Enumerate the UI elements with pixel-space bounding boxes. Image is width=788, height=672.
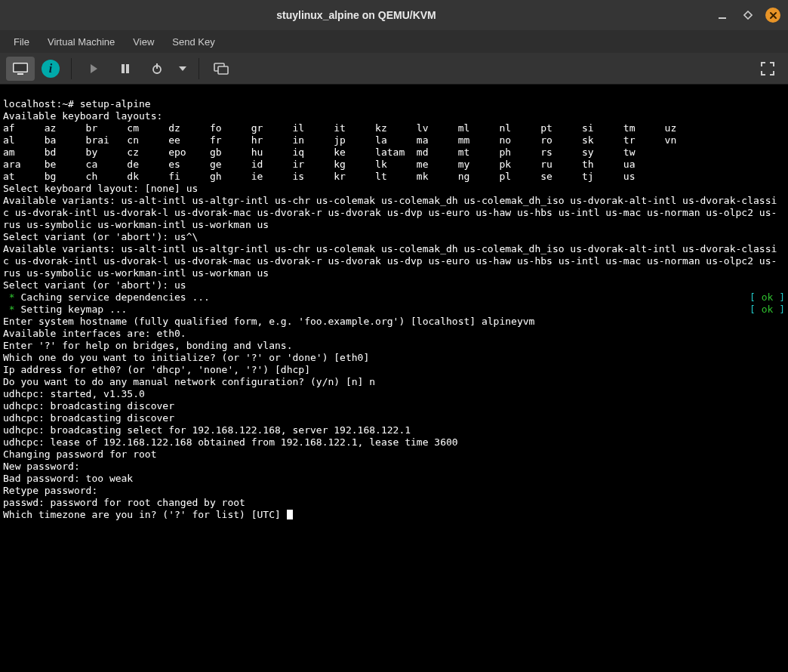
titlebar: stuylinux_alpine on QEMU/KVM [0,0,788,30]
terminal-line: passwd: password for root changed by roo… [3,497,245,508]
info-button[interactable]: i [38,57,63,81]
terminal-line: Ip address for eth0? (or 'dhcp', 'none',… [3,364,310,375]
terminal-line: Which timezone are you in? ('?' for list… [3,509,287,520]
chevron-down-icon [179,66,186,71]
svg-rect-0 [719,17,726,19]
service-text: Setting keymap ... [20,304,127,315]
terminal-line: New password: [3,461,80,472]
maximize-icon [743,11,753,20]
close-icon [769,11,777,20]
pause-button[interactable] [111,57,140,81]
service-status-row: * Setting keymap ...[ ok ] [3,304,785,316]
svg-rect-7 [156,63,158,69]
info-icon: i [42,60,60,78]
status-bracket: ] [773,291,785,303]
power-button[interactable] [143,57,171,81]
separator [199,58,199,79]
terminal-line: at bg ch dk fi gh ie is kr lt mk ng pl s… [3,171,635,182]
terminal-line: udhcpc: broadcasting discover [3,400,174,412]
terminal-line: udhcpc: lease of 192.168.122.168 obtaine… [3,436,458,448]
power-icon [151,63,163,75]
status-bracket: [ [750,304,762,315]
snapshot-button[interactable] [207,57,235,81]
terminal-line: Retype password: [3,485,97,496]
terminal-line: udhcpc: broadcasting discover [3,412,174,424]
terminal-line: Available variants: us-alt-intl us-altgr… [3,195,782,231]
status-ok: ok [762,304,774,315]
svg-rect-4 [122,64,125,73]
terminal-line: Enter '?' for help on bridges, bonding a… [3,340,293,351]
bullet-icon: * [3,291,20,303]
bullet-icon: * [3,304,20,315]
menu-vm[interactable]: Virtual Machine [40,33,122,51]
terminal-line: Select variant (or 'abort'): us^\ [3,231,198,242]
status-bracket: [ [750,291,762,303]
menu-sendkey[interactable]: Send Key [165,33,222,51]
status-bracket: ] [773,304,785,315]
svg-rect-9 [218,66,228,74]
terminal-line: al ba brai cn ee fr hr in jp la ma mm no… [3,134,676,146]
minimize-button[interactable] [714,7,731,23]
service-status-row: * Caching service dependencies ...[ ok ] [3,291,785,304]
cursor [287,510,293,519]
pause-icon [120,63,131,74]
terminal-line: Select keyboard layout: [none] us [3,183,198,194]
terminal-line: Available variants: us-alt-intl us-altgr… [3,243,782,279]
minimize-icon [718,11,727,20]
maximize-button[interactable] [740,7,756,23]
terminal-line: udhcpc: broadcasting select for 192.168.… [3,424,411,436]
menu-file[interactable]: File [6,33,37,51]
terminal-line: Which one do you want to initialize? (or… [3,352,369,363]
terminal-line: localhost:~# setup-alpine [3,98,151,109]
power-dropdown[interactable] [174,57,191,81]
window-title: stuylinux_alpine on QEMU/KVM [276,9,436,21]
svg-rect-2 [14,63,27,71]
fullscreen-icon [761,62,774,76]
terminal[interactable]: localhost:~# setup-alpine Available keyb… [0,85,788,672]
display-icon [12,62,29,76]
terminal-line: udhcpc: started, v1.35.0 [3,388,145,399]
terminal-line: Available interfaces are: eth0. [3,328,186,339]
screenshot-icon [214,63,229,75]
svg-rect-5 [126,64,129,73]
console-button[interactable] [6,57,35,81]
play-button[interactable] [79,57,108,81]
terminal-line: Available keyboard layouts: [3,110,162,122]
toolbar: i [0,53,788,85]
terminal-line: Select variant (or 'abort'): us [3,279,186,291]
terminal-line: ara be ca de es ge id ir kg lk me my pk … [3,159,635,170]
service-text: Caching service dependencies ... [20,291,209,303]
terminal-line: Do you want to do any manual network con… [3,376,375,387]
play-icon [88,63,99,74]
separator [71,58,72,79]
fullscreen-button[interactable] [753,57,782,81]
terminal-line: Enter system hostname (fully qualified f… [3,316,534,327]
terminal-line: af az br cm dz fo gr il it kz lv ml nl p… [3,122,676,134]
menubar: File Virtual Machine View Send Key [0,30,788,53]
close-button[interactable] [765,8,780,23]
menu-view[interactable]: View [125,33,162,51]
svg-rect-3 [17,73,23,75]
status-ok: ok [762,291,774,303]
terminal-line: Bad password: too weak [3,473,133,484]
terminal-line: am bd by cz epo gb hu iq ke latam md mt … [3,146,635,158]
terminal-line: Changing password for root [3,449,157,460]
